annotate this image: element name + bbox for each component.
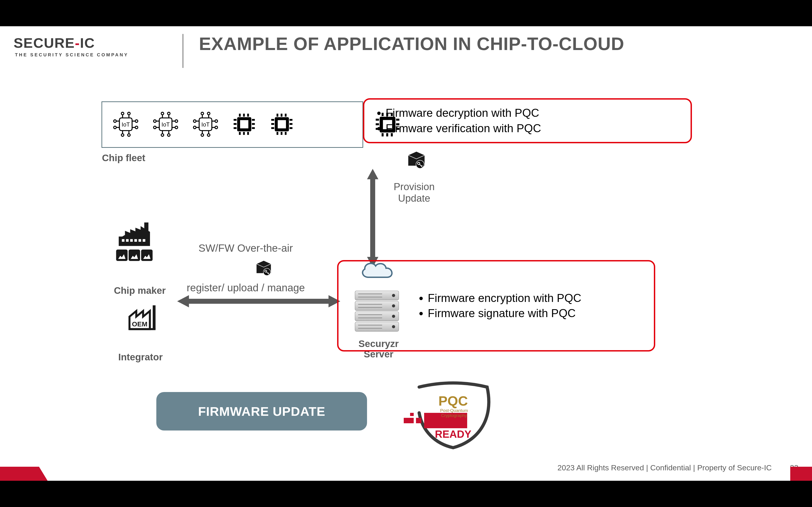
- logo-subtitle: THE SECURITY SCIENCE COMPANY: [15, 52, 129, 57]
- svg-rect-78: [271, 127, 274, 129]
- svg-point-29: [161, 112, 164, 115]
- svg-rect-63: [234, 123, 237, 125]
- svg-point-43: [215, 120, 217, 122]
- svg-point-9: [135, 126, 138, 128]
- cpu-chip-icon: [267, 110, 297, 140]
- svg-rect-59: [239, 132, 241, 135]
- horizontal-double-arrow-icon: [177, 294, 340, 308]
- swfw-label: SW/FW Over-the-air: [198, 242, 293, 254]
- footer-copyright: 2023 All Rights Reserved | Confidential …: [558, 463, 772, 472]
- footer: 2023 All Rights Reserved | Confidential …: [0, 463, 812, 472]
- svg-point-3: [114, 120, 116, 122]
- svg-rect-80: [290, 123, 293, 125]
- chip-fleet-label: Chip fleet: [102, 153, 145, 163]
- svg-rect-77: [271, 123, 274, 125]
- provision-label: Provision Update: [387, 181, 441, 204]
- svg-rect-64: [234, 127, 237, 129]
- logo-ic: IC: [80, 35, 95, 51]
- svg-marker-114: [177, 295, 340, 307]
- oem-factory-icon: OEM: [125, 302, 159, 337]
- iot-chip-icon: IoT: [190, 108, 221, 141]
- svg-rect-75: [285, 132, 287, 135]
- svg-text:Cryptography: Cryptography: [441, 413, 467, 418]
- svg-point-45: [215, 126, 217, 128]
- svg-rect-102: [126, 239, 129, 242]
- svg-point-33: [161, 134, 164, 136]
- svg-text:IoT: IoT: [161, 121, 170, 127]
- decor-corner-right: [790, 467, 812, 481]
- svg-rect-62: [234, 119, 237, 121]
- svg-rect-67: [252, 127, 255, 129]
- svg-rect-105: [139, 239, 141, 242]
- integrator-label: Integrator: [111, 352, 170, 362]
- svg-rect-74: [281, 132, 283, 135]
- top-item-1: Firmware decryption with PQC: [386, 106, 680, 121]
- slide-title: EXAMPLE OF APPLICATION IN CHIP-TO-CLOUD: [199, 34, 624, 54]
- chip-fleet-group: IoT IoT IoT: [101, 101, 363, 148]
- iot-chip-icon: IoT: [110, 108, 142, 141]
- firmware-update-badge: FIRMWARE UPDATE: [156, 392, 367, 431]
- svg-point-13: [128, 112, 130, 115]
- cpu-chip-icon: [230, 110, 259, 140]
- svg-rect-73: [276, 132, 278, 135]
- svg-point-51: [201, 134, 203, 136]
- svg-rect-71: [281, 114, 283, 117]
- svg-rect-58: [247, 114, 249, 117]
- bot-item-1: Firmware encryption with PQC: [428, 291, 581, 306]
- svg-point-27: [175, 126, 177, 128]
- svg-rect-110: [153, 305, 156, 329]
- svg-point-31: [167, 112, 170, 115]
- svg-text:OEM: OEM: [132, 320, 147, 328]
- svg-rect-109: [141, 250, 153, 261]
- company-logo: SECURE-IC: [14, 35, 95, 51]
- iot-chip-icon: IoT: [150, 108, 182, 141]
- vertical-double-arrow-icon: [366, 169, 379, 267]
- svg-rect-76: [271, 119, 274, 121]
- svg-point-35: [167, 134, 170, 136]
- svg-rect-104: [134, 239, 137, 242]
- factory-icon: [108, 221, 160, 274]
- package-key-icon: [405, 148, 428, 172]
- svg-point-53: [207, 134, 210, 136]
- svg-point-23: [154, 126, 156, 128]
- firmware-encrypt-box: Firmware encryption with PQC Firmware si…: [337, 260, 655, 351]
- svg-rect-103: [130, 239, 133, 242]
- svg-rect-134: [410, 413, 414, 416]
- svg-rect-81: [290, 127, 293, 129]
- svg-rect-70: [276, 114, 278, 117]
- svg-point-49: [207, 112, 210, 115]
- svg-point-7: [135, 120, 138, 122]
- bot-item-2: Firmware signature with PQC: [428, 306, 581, 321]
- svg-rect-55: [240, 120, 248, 128]
- svg-point-15: [121, 134, 124, 136]
- svg-point-25: [175, 120, 177, 122]
- svg-point-39: [194, 120, 196, 122]
- slide: SECURE-IC THE SECURITY SCIENCE COMPANY E…: [0, 26, 812, 481]
- header-separator: [183, 34, 183, 68]
- svg-text:IoT: IoT: [122, 121, 130, 127]
- svg-rect-133: [416, 418, 421, 423]
- svg-point-11: [121, 112, 124, 115]
- svg-marker-98: [367, 169, 378, 267]
- svg-rect-56: [239, 114, 241, 117]
- pqc-ready-shield-icon: PQC Post-Quantum Cryptography READY: [390, 379, 512, 451]
- package-key-icon: [254, 258, 274, 278]
- top-item-2: Firmware verification with PQC: [386, 121, 680, 136]
- chip-maker-label: Chip maker: [105, 285, 175, 296]
- svg-text:Post-Quantum: Post-Quantum: [440, 408, 468, 413]
- svg-rect-107: [116, 250, 128, 261]
- svg-text:PQC: PQC: [439, 393, 468, 408]
- svg-point-41: [194, 126, 196, 128]
- svg-rect-61: [247, 132, 249, 135]
- register-label: register/ upload / manage: [187, 282, 305, 294]
- svg-rect-66: [252, 123, 255, 125]
- svg-rect-79: [290, 119, 293, 121]
- svg-rect-65: [252, 119, 255, 121]
- svg-rect-57: [243, 114, 245, 117]
- svg-rect-132: [404, 418, 414, 423]
- svg-rect-101: [122, 239, 124, 242]
- svg-text:READY: READY: [435, 428, 471, 440]
- fw-badge-text: FIRMWARE UPDATE: [198, 404, 325, 419]
- svg-rect-72: [285, 114, 287, 117]
- svg-rect-60: [243, 132, 245, 135]
